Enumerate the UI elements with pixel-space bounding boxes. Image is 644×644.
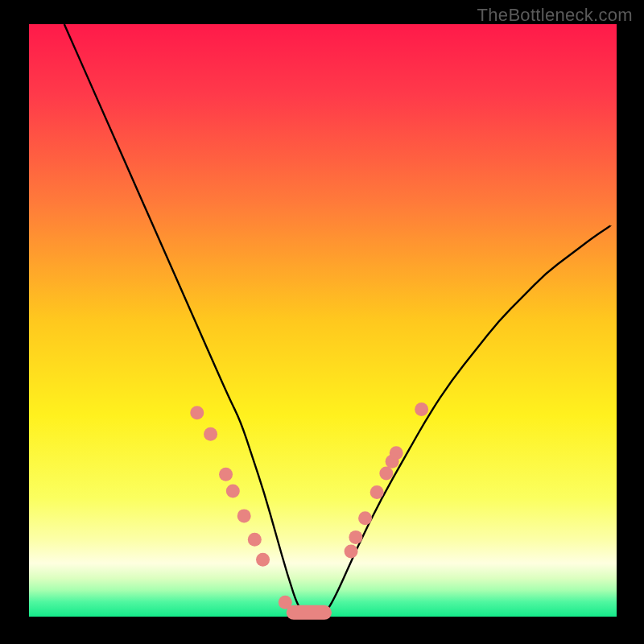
data-marker <box>237 509 251 522</box>
data-marker <box>248 533 262 547</box>
bottleneck-chart <box>0 0 644 644</box>
data-marker <box>415 402 428 416</box>
data-marker <box>390 446 403 460</box>
bottom-band <box>287 605 332 620</box>
plot-background <box>29 24 617 617</box>
data-marker <box>226 484 240 497</box>
data-marker <box>219 468 233 481</box>
data-marker <box>379 466 393 480</box>
data-marker <box>190 406 204 419</box>
data-marker <box>345 545 358 559</box>
watermark-text: TheBottleneck.com <box>477 5 633 26</box>
data-marker <box>370 485 384 499</box>
data-marker <box>256 553 270 567</box>
chart-container: TheBottleneck.com <box>0 0 644 644</box>
data-marker <box>358 511 372 525</box>
data-marker <box>204 427 217 441</box>
data-marker <box>349 530 362 544</box>
